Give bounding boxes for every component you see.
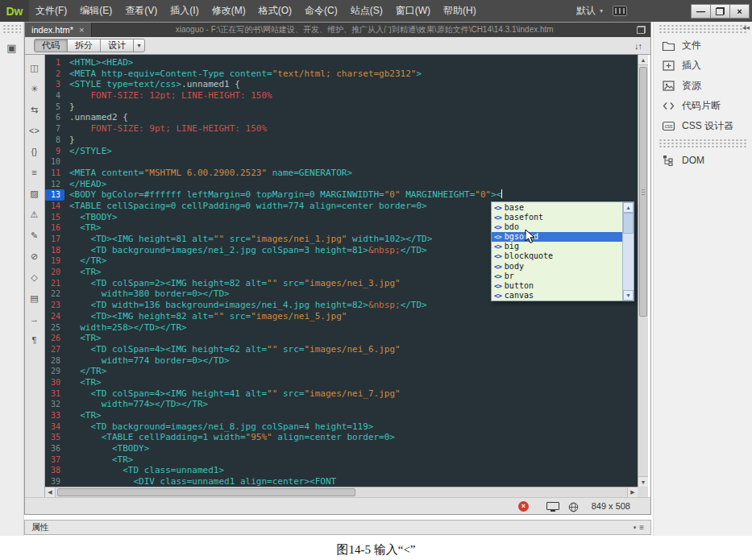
hints-scrollbar-thumb[interactable] xyxy=(623,213,634,234)
code-line[interactable]: 38 <TD class=unnamed1> xyxy=(45,465,638,476)
code-hint-bdo[interactable]: <>bdo xyxy=(492,222,622,232)
panel-tab-dom[interactable]: DOM xyxy=(654,150,752,170)
code-line[interactable]: 1<HTML><HEAD> xyxy=(45,57,638,68)
menu-item[interactable]: 编辑(E) xyxy=(73,0,118,22)
code-line[interactable]: 3<STYLE type=text/css>.unnamed1 { xyxy=(45,79,638,90)
collapse-dock-icon[interactable]: ◂◂ xyxy=(742,23,750,31)
code-line[interactable]: 10 xyxy=(45,156,638,168)
monitor-icon[interactable] xyxy=(546,502,559,510)
scroll-down-icon[interactable]: ▼ xyxy=(623,290,634,301)
select-parent-tag-icon[interactable]: <> xyxy=(27,125,43,137)
code-line[interactable]: 31 <TD colSpan=4><IMG height=41 alt="" s… xyxy=(45,388,638,400)
code-hint-canvas[interactable]: <>canvas xyxy=(492,291,622,301)
highlight-invalid-code-icon[interactable]: ▨ xyxy=(27,188,43,200)
preview-globe-icon[interactable] xyxy=(568,501,579,512)
code-line[interactable]: 11<META content="MSHTML 6.00.2900.2523" … xyxy=(45,168,638,179)
window-size-indicator[interactable]: 849 x 508 xyxy=(592,501,630,511)
remove-comment-icon[interactable]: ⊘ xyxy=(27,251,43,263)
split-view-button[interactable]: 拆分 xyxy=(67,39,101,52)
syntax-error-alerts-icon[interactable]: ⚠ xyxy=(27,209,43,221)
code-hint-body[interactable]: <>body xyxy=(492,262,622,272)
code-line[interactable]: 9</STYLE> xyxy=(45,146,638,157)
word-wrap-icon[interactable]: ⇆ xyxy=(27,104,43,116)
code-line[interactable]: 7 FONT-SIZE: 9pt; LINE-HEIGHT: 150% xyxy=(45,123,638,135)
design-view-button[interactable]: 设计 xyxy=(100,39,134,52)
collapse-full-tag-icon[interactable]: ✳ xyxy=(27,83,43,95)
updown-icon[interactable]: ↓↑ xyxy=(634,41,642,51)
tab-close-icon[interactable]: × xyxy=(79,25,84,35)
layout-switcher-icon[interactable] xyxy=(613,6,627,16)
code-line[interactable]: 23 <TD width=136 background=images/nei_4… xyxy=(45,300,638,311)
line-numbers-icon[interactable]: ≡ xyxy=(27,167,43,179)
collapsed-panel-icon[interactable]: ▣ xyxy=(0,42,23,54)
document-tab[interactable]: index.htm* × xyxy=(24,22,92,37)
code-hint-blockquote[interactable]: <>blockquote xyxy=(492,251,622,261)
code-line[interactable]: 27 <TD colSpan=4><IMG height=62 alt="" s… xyxy=(45,344,638,355)
code-hint-button[interactable]: <>button xyxy=(492,281,622,291)
code-line[interactable]: 13<BODY bgColor=#ffffff leftMargin=0 top… xyxy=(45,189,638,201)
vertical-scrollbar-thumb[interactable] xyxy=(639,67,647,317)
code-line[interactable]: 12</HEAD> xyxy=(45,179,638,190)
design-view-dropdown-icon[interactable]: ▾ xyxy=(133,39,145,52)
code-line[interactable]: 36 <TBODY> xyxy=(45,443,638,454)
code-line[interactable]: 33 <TR> xyxy=(45,410,638,421)
code-line[interactable]: 32 width=774></TD></TR> xyxy=(45,399,638,410)
panel-tab-assets[interactable]: 资源 xyxy=(654,76,752,96)
indent-icon[interactable]: → xyxy=(27,313,43,326)
panel-grip[interactable] xyxy=(659,139,747,148)
panel-tab-files[interactable]: 文件 xyxy=(654,35,752,56)
wrap-tag-icon[interactable]: ◇ xyxy=(27,272,43,284)
code-hint-bgsound[interactable]: <>bgsound xyxy=(492,232,622,242)
recent-snippets-icon[interactable]: ▤ xyxy=(27,292,43,305)
open-documents-icon[interactable]: ◫ xyxy=(27,62,43,74)
hints-scrollbar[interactable]: ▲ ▼ xyxy=(622,202,634,301)
menu-item[interactable]: 命令(C) xyxy=(298,0,344,22)
menu-item[interactable]: 站点(S) xyxy=(344,0,389,22)
code-line[interactable]: 6.unnamed2 { xyxy=(45,112,638,123)
panel-grip[interactable] xyxy=(659,24,747,34)
menu-item[interactable]: 帮助(H) xyxy=(437,0,483,22)
scroll-up-icon[interactable]: ▲ xyxy=(638,55,648,65)
panel-tab-insert[interactable]: 插入 xyxy=(654,56,752,76)
code-line[interactable]: 26 <TR> xyxy=(45,333,638,344)
panel-tab-css-designer[interactable]: css CSS 设计器 xyxy=(654,116,752,136)
code-line[interactable]: 24 <TD><IMG height=82 alt="" src="images… xyxy=(45,311,638,322)
code-line[interactable]: 37 <TR> xyxy=(45,454,638,466)
menu-item[interactable]: 修改(M) xyxy=(206,0,252,22)
minimize-button[interactable]: — xyxy=(691,4,711,19)
code-line[interactable]: 8} xyxy=(45,135,638,146)
menu-item[interactable]: 插入(I) xyxy=(164,0,205,22)
format-source-icon[interactable]: ¶ xyxy=(27,334,43,346)
code-line[interactable]: 30 <TR> xyxy=(45,377,638,388)
code-line[interactable]: 35 <TABLE cellPadding=1 width="95%" alig… xyxy=(45,432,638,443)
scroll-down-icon[interactable]: ▼ xyxy=(638,476,648,487)
panel-grip[interactable] xyxy=(2,24,21,35)
code-line[interactable]: 25 width=258></TD></TR> xyxy=(45,322,638,334)
error-check-icon[interactable]: × xyxy=(518,501,529,512)
scroll-left-icon[interactable]: ◀ xyxy=(45,487,56,497)
panel-tab-snippets[interactable]: 代码片断 xyxy=(654,96,752,116)
scroll-right-icon[interactable]: ▶ xyxy=(627,487,638,497)
workspace-switcher[interactable]: 默认 ▾ xyxy=(576,4,603,18)
restore-button[interactable] xyxy=(710,4,730,19)
menu-item[interactable]: 窗口(W) xyxy=(389,0,437,22)
code-line[interactable]: 2<META http-equiv=Content-Type content="… xyxy=(45,68,638,80)
code-line[interactable]: 39 <DIV class=unnamed1 align=center><FON… xyxy=(45,476,638,487)
code-line[interactable]: 28 width=774 border=0></TD> xyxy=(45,355,638,367)
menu-item[interactable]: 格式(O) xyxy=(252,0,298,22)
apply-comment-icon[interactable]: ✎ xyxy=(27,230,43,242)
vertical-scrollbar[interactable]: ▲ ▼ xyxy=(638,55,648,487)
code-line[interactable]: 4 FONT-SIZE: 12pt; LINE-HEIGHT: 150% xyxy=(45,90,638,102)
code-hint-base[interactable]: <>base xyxy=(492,203,622,213)
code-line[interactable]: 34 <TD background=images/nei_8.jpg colSp… xyxy=(45,421,638,433)
menu-item[interactable]: 文件(F) xyxy=(29,0,73,22)
code-hint-br[interactable]: <>br xyxy=(492,272,622,281)
scroll-up-icon[interactable]: ▲ xyxy=(623,202,634,213)
code-hint-big[interactable]: <>big xyxy=(492,242,622,251)
panel-menu-icon[interactable]: ≡ xyxy=(639,523,644,532)
menu-item[interactable]: 查看(V) xyxy=(118,0,164,22)
code-line[interactable]: 5} xyxy=(45,102,638,113)
chevron-down-icon[interactable]: ▾ xyxy=(634,525,637,531)
code-view-button[interactable]: 代码 xyxy=(34,39,68,52)
horizontal-scrollbar-thumb[interactable] xyxy=(57,488,355,496)
